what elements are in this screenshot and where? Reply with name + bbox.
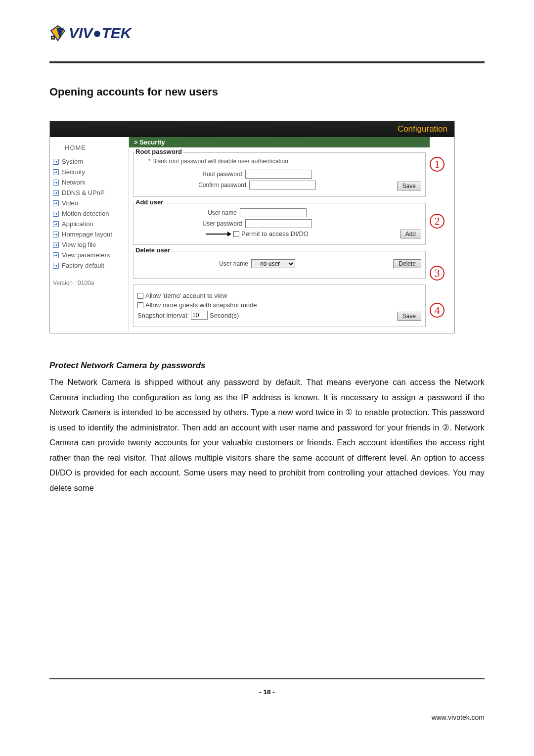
fieldset-root-password: Root password * Blank root password will… <box>133 152 426 197</box>
arrow-right-icon: ➜ <box>53 252 59 258</box>
arrow-right-icon: ➜ <box>53 200 59 206</box>
allow-more-guests-label: Allow more guests with snapshot mode <box>145 301 257 309</box>
save-root-password-button[interactable]: Save <box>397 182 421 190</box>
sidebar-item-ddns-upnp[interactable]: ➜DDNS & UPnP <box>50 188 129 198</box>
add-user-name-label: User name <box>208 209 237 216</box>
sidebar-item-system[interactable]: ➜System <box>50 156 129 167</box>
add-user-button[interactable]: Add <box>400 230 421 238</box>
body-paragraph: The Network Camera is shipped without an… <box>49 375 485 495</box>
annotation-arrow-icon <box>206 232 231 236</box>
fieldset-legend: Add user <box>134 198 164 206</box>
confirm-password-label: Confirm password <box>198 182 246 189</box>
root-password-input[interactable] <box>245 170 312 179</box>
save-guest-button[interactable]: Save <box>397 312 421 321</box>
arrow-right-icon: ➜ <box>53 263 59 269</box>
add-user-password-label: User password <box>202 220 242 227</box>
brand-logo-text: VIV●TEK <box>69 25 131 42</box>
permit-dido-checkbox[interactable] <box>233 231 239 237</box>
add-user-name-input[interactable] <box>240 208 307 217</box>
add-user-password-input[interactable] <box>245 219 312 228</box>
sidebar-item-label: Homepage layout <box>62 231 112 238</box>
sidebar-item-application[interactable]: ➜Application <box>50 219 129 229</box>
annotation-1-icon: 1 <box>430 157 445 172</box>
allow-more-guests-checkbox[interactable] <box>137 302 143 308</box>
arrow-right-icon: ➜ <box>53 221 59 227</box>
sidebar-item-homepage-layout[interactable]: ➜Homepage layout <box>50 229 129 239</box>
sidebar-version: Version : 0100a <box>50 271 129 289</box>
allow-demo-checkbox[interactable] <box>137 293 143 299</box>
sidebar-item-view-parameters[interactable]: ➜View parameters <box>50 250 129 260</box>
permit-dido-label: Permit to access DI/DO <box>241 230 309 237</box>
section-title: Opening accounts for new users <box>49 86 485 98</box>
config-window-header: Configuration <box>50 121 454 137</box>
arrow-right-icon: ➜ <box>53 232 59 237</box>
sidebar-item-label: View parameters <box>62 251 110 259</box>
annotation-2-icon: 2 <box>430 214 445 229</box>
fieldset-add-user: Add user User name User password <box>133 203 426 245</box>
arrow-right-icon: ➜ <box>53 211 59 217</box>
annotation-4-icon: 4 <box>430 303 445 318</box>
fieldset-delete-user: Delete user User name -- no user -- De <box>133 251 426 279</box>
sidebar-item-network[interactable]: ➜Network <box>50 177 129 188</box>
config-window: Configuration HOME ➜System ➜Security ➜Ne… <box>49 121 455 333</box>
sidebar-home[interactable]: HOME <box>50 139 129 156</box>
fieldset-legend: Root password <box>134 148 183 155</box>
footer-url: www.vivotek.com <box>432 713 485 721</box>
subsection-title: Protect Network Camera by passwords <box>49 361 485 371</box>
breadcrumb: > Security <box>129 137 430 147</box>
delete-user-button[interactable]: Delete <box>393 259 421 268</box>
sidebar-item-factory-default[interactable]: ➜Factory default <box>50 260 129 271</box>
page-number: - 18 - <box>0 688 534 696</box>
arrow-right-icon: ➜ <box>53 159 59 165</box>
sidebar-item-label: DDNS & UPnP <box>62 189 105 196</box>
sidebar-item-label: Application <box>62 220 93 228</box>
svg-point-1 <box>52 37 54 39</box>
header-rule <box>49 61 485 63</box>
arrow-right-icon: ➜ <box>53 190 59 196</box>
fieldset-legend: Delete user <box>134 246 171 254</box>
snapshot-interval-input[interactable] <box>191 311 208 320</box>
sidebar-item-label: Security <box>62 168 85 176</box>
confirm-password-input[interactable] <box>249 181 316 189</box>
sidebar-item-label: Video <box>62 199 78 207</box>
sidebar: HOME ➜System ➜Security ➜Network ➜DDNS & … <box>50 137 129 333</box>
fieldset-guest-options: Allow 'demo' account to view Allow more … <box>133 284 426 327</box>
footer-rule <box>49 678 485 679</box>
annotation-3-icon: 3 <box>430 266 445 281</box>
brand-logo: VIV●TEK <box>49 25 485 42</box>
snapshot-interval-label: Snapshot interval: <box>137 312 189 319</box>
sidebar-item-video[interactable]: ➜Video <box>50 198 129 208</box>
sidebar-item-label: System <box>62 158 83 165</box>
delete-user-select[interactable]: -- no user -- <box>251 259 295 268</box>
delete-user-name-label: User name <box>219 260 248 267</box>
sidebar-item-label: Motion detection <box>62 210 109 217</box>
sidebar-item-label: View log file <box>62 241 96 248</box>
root-password-hint: * Blank root password will disable user … <box>137 158 421 165</box>
sidebar-item-label: Factory default <box>62 262 104 269</box>
sidebar-item-view-log-file[interactable]: ➜View log file <box>50 239 129 250</box>
arrow-right-icon: ➜ <box>53 169 59 175</box>
sidebar-item-security[interactable]: ➜Security <box>50 167 129 177</box>
allow-demo-label: Allow 'demo' account to view <box>145 292 227 299</box>
brand-logo-icon <box>49 25 66 42</box>
snapshot-interval-unit: Second(s) <box>210 312 239 319</box>
annotation-column: 1 2 3 4 <box>430 137 454 333</box>
sidebar-item-label: Network <box>62 179 86 186</box>
sidebar-item-motion-detection[interactable]: ➜Motion detection <box>50 208 129 219</box>
arrow-right-icon: ➜ <box>53 242 59 248</box>
arrow-right-icon: ➜ <box>53 180 59 186</box>
root-password-label: Root password <box>202 171 242 178</box>
